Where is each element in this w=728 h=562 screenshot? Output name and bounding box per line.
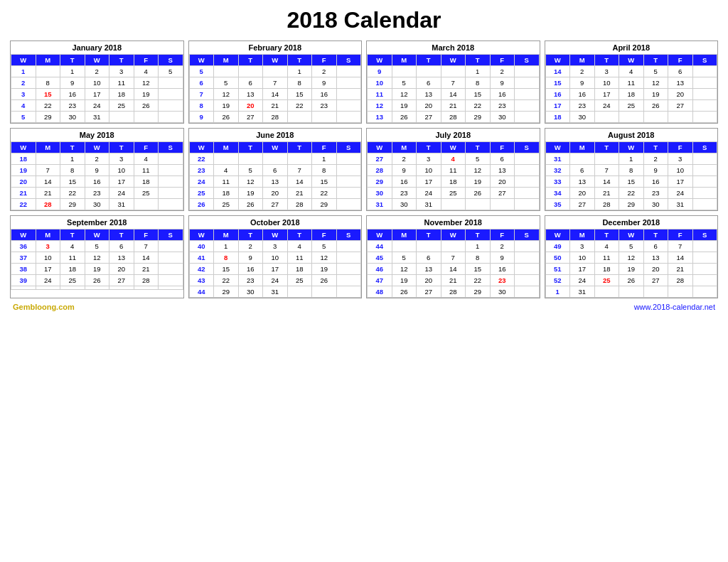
day-cell [336, 199, 361, 210]
day-cell: 23 [570, 100, 595, 112]
day-cell: 18 [214, 188, 239, 199]
day-cell: 10 [85, 77, 109, 89]
day-cell [466, 199, 491, 210]
day-cell [392, 241, 417, 252]
day-cell [692, 100, 717, 112]
col-header: S [515, 229, 540, 241]
day-cell [336, 286, 361, 298]
day-cell: 10 [417, 165, 441, 176]
day-cell: 17 [263, 264, 288, 275]
month-table: WMTWTFS181234197891011201415161718212122… [11, 141, 183, 210]
col-header: S [159, 142, 183, 153]
day-cell [692, 199, 717, 210]
day-cell: 24 [570, 275, 595, 286]
month-title: August 2018 [545, 129, 718, 141]
day-cell: 22 [287, 100, 312, 112]
day-cell: 1 [60, 66, 85, 77]
day-cell [515, 241, 540, 252]
day-cell: 16 [490, 89, 515, 100]
day-cell: 2 [570, 66, 595, 77]
day-cell: 13 [417, 89, 441, 100]
day-cell: 12 [392, 89, 417, 100]
col-header: W [545, 55, 570, 66]
week-number: 21 [11, 188, 36, 199]
day-cell: 22 [619, 188, 644, 199]
day-cell: 11 [60, 252, 85, 264]
col-header: S [515, 142, 540, 153]
col-header: W [189, 142, 214, 153]
week-number: 18 [11, 153, 36, 165]
day-cell: 20 [263, 188, 288, 199]
day-cell: 31 [570, 286, 595, 298]
calendar-grid: January 2018WMTWTFS112345289101112315161… [7, 40, 721, 298]
day-cell [515, 188, 540, 199]
day-cell: 29 [619, 199, 644, 210]
col-header: W [85, 229, 109, 241]
day-cell: 23 [312, 100, 337, 112]
day-cell: 7 [441, 252, 466, 264]
col-header: M [36, 229, 60, 241]
day-cell: 5 [85, 241, 109, 252]
col-header: F [668, 142, 693, 153]
day-cell [159, 199, 183, 210]
month-table: WMTWTFS401234541891011124215161718194322… [189, 229, 362, 298]
week-number: 24 [189, 176, 214, 188]
month-block: January 2018WMTWTFS112345289101112315161… [10, 40, 184, 124]
day-cell: 5 [392, 252, 417, 264]
week-number: 9 [189, 112, 214, 123]
day-cell [570, 153, 595, 165]
day-cell [619, 286, 644, 298]
day-cell: 11 [109, 77, 134, 89]
day-cell: 20 [643, 264, 668, 275]
day-cell [692, 286, 717, 298]
day-cell: 29 [466, 286, 491, 298]
day-cell: 20 [238, 100, 263, 112]
col-header: T [643, 55, 668, 66]
week-number: 26 [189, 199, 214, 210]
day-cell: 21 [263, 100, 288, 112]
day-cell: 1 [214, 241, 239, 252]
week-number: 34 [545, 188, 570, 199]
day-cell: 23 [643, 188, 668, 199]
week-number: 32 [545, 165, 570, 176]
day-cell [692, 89, 717, 100]
week-number: 10 [368, 77, 392, 89]
day-cell [619, 112, 644, 123]
col-header: S [159, 55, 183, 66]
month-block: September 2018WMTWTFS3634567371011121314… [10, 215, 184, 298]
day-cell: 12 [466, 165, 491, 176]
day-cell [692, 153, 717, 165]
day-cell [263, 153, 288, 165]
day-cell: 28 [287, 199, 312, 210]
day-cell: 28 [441, 112, 466, 123]
week-number: 47 [368, 275, 392, 286]
day-cell: 1 [466, 241, 491, 252]
day-cell [336, 100, 361, 112]
day-cell: 26 [134, 100, 159, 112]
day-cell [336, 241, 361, 252]
day-cell: 14 [134, 252, 159, 264]
day-cell: 2 [490, 241, 515, 252]
week-number: 9 [368, 66, 392, 77]
day-cell [668, 112, 693, 123]
day-cell [515, 199, 540, 210]
col-header: F [668, 55, 693, 66]
day-cell: 18 [619, 89, 644, 100]
day-cell [312, 112, 337, 123]
day-cell: 5 [214, 77, 239, 89]
day-cell: 3 [570, 241, 595, 252]
day-cell: 21 [287, 188, 312, 199]
day-cell [515, 264, 540, 275]
month-block: April 2018WMTWTFS14234561591011121316161… [545, 40, 719, 124]
day-cell [60, 286, 85, 290]
day-cell: 29 [466, 112, 491, 123]
week-number: 42 [189, 264, 214, 275]
col-header: T [466, 55, 491, 66]
day-cell: 7 [441, 77, 466, 89]
week-number: 50 [545, 252, 570, 264]
day-cell: 16 [392, 176, 417, 188]
day-cell: 30 [570, 112, 595, 123]
day-cell: 26 [466, 188, 491, 199]
week-number: 17 [545, 100, 570, 112]
day-cell: 9 [238, 252, 263, 264]
